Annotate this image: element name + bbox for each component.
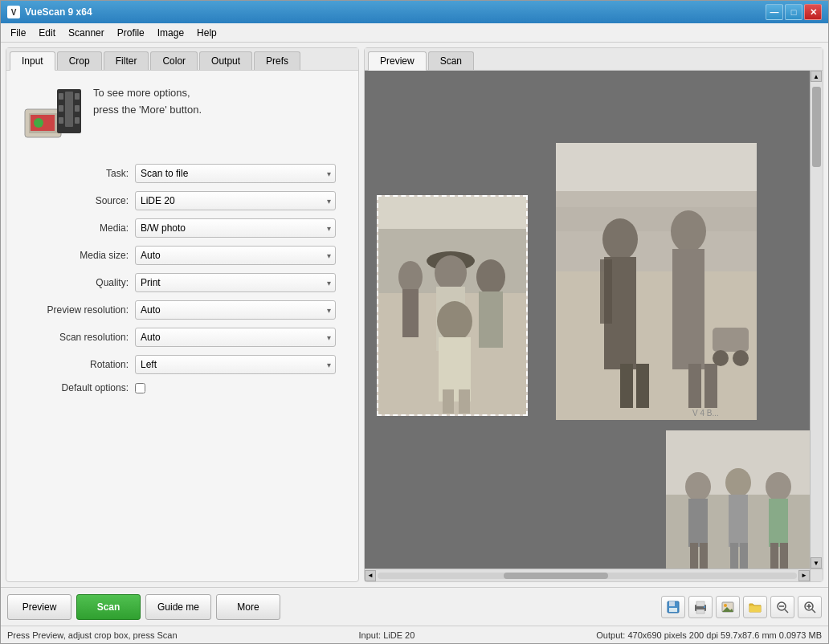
source-select[interactable]: LiDE 20 xyxy=(135,191,336,210)
right-panel: Preview Scan xyxy=(364,47,823,582)
scroll-thumb-h[interactable] xyxy=(504,573,609,579)
svg-rect-60 xyxy=(669,608,677,612)
menu-image[interactable]: Image xyxy=(151,26,190,40)
status-left: Press Preview, adjust crop box, press Sc… xyxy=(7,630,178,640)
task-label: Task: xyxy=(14,168,135,179)
media-select[interactable]: B/W photo xyxy=(135,218,336,238)
media-row: Media: B/W photo xyxy=(14,218,350,238)
svg-rect-10 xyxy=(75,117,80,124)
title-bar: V VueScan 9 x64 — □ ✕ xyxy=(1,1,828,23)
default-options-checkbox[interactable] xyxy=(135,383,145,393)
zoom-out-icon-button[interactable] xyxy=(770,596,794,618)
rotation-select[interactable]: Left xyxy=(135,355,336,374)
mediasize-select[interactable]: Auto xyxy=(135,246,336,265)
svg-point-41 xyxy=(733,350,749,366)
svg-point-3 xyxy=(34,118,43,128)
svg-line-73 xyxy=(812,609,815,613)
action-buttons: Preview Scan Guide me More xyxy=(7,594,280,620)
svg-rect-6 xyxy=(59,105,63,112)
status-bar: Press Preview, adjust crop box, press Sc… xyxy=(1,626,828,643)
svg-point-22 xyxy=(437,301,472,341)
rotation-select-wrapper: Left xyxy=(135,355,336,374)
tab-preview[interactable]: Preview xyxy=(368,51,427,71)
source-select-wrapper: LiDE 20 xyxy=(135,191,336,210)
previewres-row: Preview resolution: Auto xyxy=(14,300,350,320)
svg-rect-24 xyxy=(443,389,454,414)
print-icon xyxy=(693,600,708,614)
svg-point-15 xyxy=(398,261,423,293)
menu-profile[interactable]: Profile xyxy=(111,26,151,40)
bottom-icon-bar xyxy=(661,596,822,618)
quality-select[interactable]: Print xyxy=(135,273,336,292)
quality-select-wrapper: Print xyxy=(135,273,336,292)
scroll-left-button[interactable]: ◄ xyxy=(365,570,376,581)
scanner-film-icon xyxy=(21,85,85,141)
window-title: VueScan 9 x64 xyxy=(25,6,92,18)
tab-input[interactable]: Input xyxy=(10,51,55,71)
svg-rect-68 xyxy=(749,606,761,612)
scroll-corner xyxy=(810,569,823,581)
svg-rect-32 xyxy=(600,259,612,324)
scan-button[interactable]: Scan xyxy=(76,594,141,620)
more-button[interactable]: More xyxy=(216,594,280,620)
menu-edit[interactable]: Edit xyxy=(32,26,62,40)
scroll-thumb-v[interactable] xyxy=(812,87,821,167)
rotation-row: Rotation: Left xyxy=(14,355,350,374)
horizontal-scrollbar[interactable]: ◄ ► xyxy=(365,569,810,581)
tab-scan[interactable]: Scan xyxy=(428,51,474,70)
minimize-button[interactable]: — xyxy=(766,4,783,20)
print-icon-button[interactable] xyxy=(688,596,713,618)
folder-icon xyxy=(748,600,762,614)
svg-rect-11 xyxy=(65,92,73,127)
photo-selected xyxy=(377,195,528,416)
svg-line-70 xyxy=(785,609,788,613)
tab-crop[interactable]: Crop xyxy=(57,51,102,70)
media-label: Media: xyxy=(14,222,135,234)
tab-prefs[interactable]: Prefs xyxy=(254,51,300,70)
tab-output[interactable]: Output xyxy=(199,51,252,70)
photo-people-svg xyxy=(378,197,528,416)
svg-rect-63 xyxy=(696,609,704,613)
svg-rect-34 xyxy=(636,364,649,408)
preview-area[interactable]: V 4 B... xyxy=(365,71,823,581)
svg-rect-9 xyxy=(75,105,80,112)
close-button[interactable]: ✕ xyxy=(804,4,822,20)
scanres-row: Scan resolution: Auto xyxy=(14,328,350,347)
menu-file[interactable]: File xyxy=(4,26,32,40)
quality-label: Quality: xyxy=(14,277,135,288)
menu-help[interactable]: Help xyxy=(190,26,223,40)
menu-scanner[interactable]: Scanner xyxy=(62,26,111,40)
save-icon-button[interactable] xyxy=(661,596,685,618)
scroll-right-button[interactable]: ► xyxy=(798,570,810,581)
previewres-select-wrapper: Auto xyxy=(135,300,336,320)
guideme-button[interactable]: Guide me xyxy=(145,594,211,620)
scanres-select[interactable]: Auto xyxy=(135,328,336,347)
vertical-scrollbar[interactable]: ▲ ▼ xyxy=(810,71,823,569)
scroll-up-button[interactable]: ▲ xyxy=(811,71,822,82)
preview-tabs: Preview Scan xyxy=(365,48,823,71)
svg-point-18 xyxy=(435,255,467,291)
scroll-down-button[interactable]: ▼ xyxy=(811,557,822,569)
task-select[interactable]: Scan to file xyxy=(135,164,336,183)
source-label: Source: xyxy=(14,195,135,206)
photo-women: V 4 B... xyxy=(556,143,757,420)
image-icon xyxy=(721,600,735,614)
previewres-select[interactable]: Auto xyxy=(135,300,336,320)
tab-color[interactable]: Color xyxy=(150,51,198,70)
zoom-in-icon-button[interactable] xyxy=(798,596,822,618)
preview-button[interactable]: Preview xyxy=(7,594,71,620)
scroll-track-h xyxy=(378,573,797,579)
folder-icon-button[interactable] xyxy=(743,596,767,618)
svg-point-30 xyxy=(602,218,638,260)
svg-rect-51 xyxy=(729,495,748,547)
scanres-select-wrapper: Auto xyxy=(135,328,336,347)
mediasize-row: Media size: Auto xyxy=(14,246,350,265)
tab-filter[interactable]: Filter xyxy=(104,51,149,70)
image-icon-button[interactable] xyxy=(716,596,740,618)
svg-point-54 xyxy=(766,472,791,501)
svg-rect-25 xyxy=(459,389,470,414)
menu-bar: File Edit Scanner Profile Image Help xyxy=(1,23,828,43)
app-icon: V xyxy=(7,6,20,18)
maximize-button[interactable]: □ xyxy=(785,4,802,20)
default-options-label: Default options: xyxy=(14,382,135,393)
